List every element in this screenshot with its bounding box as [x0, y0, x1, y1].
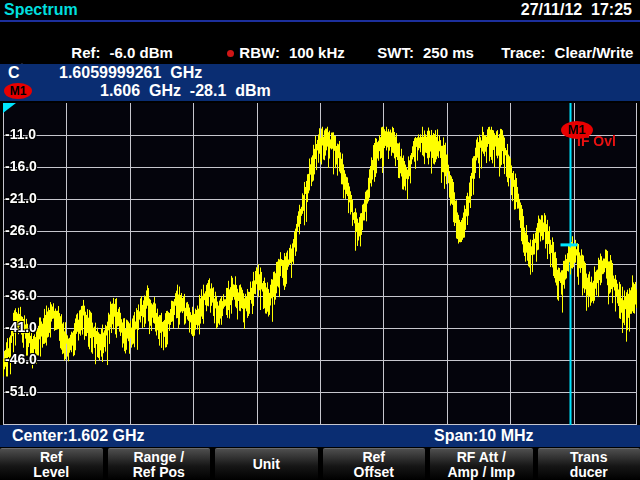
softkey-unit[interactable]: Unit — [215, 448, 318, 480]
softkey-label: Ref — [40, 450, 63, 465]
marker-m1-value: 1.606 GHz -28.1 dBm — [100, 82, 271, 100]
m1-marker-flag[interactable]: M1 — [561, 121, 593, 139]
ref-level-field: Ref:-6.0 dBm — [38, 23, 173, 43]
settings-col-amplitude: Ref:-6.0 dBm Att:15 dB — [38, 23, 173, 63]
rbw-value: 100 kHz — [289, 44, 345, 61]
datetime: 27/11/12 17:25 — [521, 1, 632, 19]
y-axis-label: -26.0 — [5, 222, 37, 238]
plot-area: IF Ovl M1 -11.0-16.0-21.0-26.0-31.0-36.0… — [3, 103, 637, 425]
sweep-time-field: SWT:250 ms — [344, 23, 484, 43]
y-axis-label: -11.0 — [5, 126, 36, 142]
settings-header: Ref:-6.0 dBm Att:15 dB RBW:100 kHz VBW:1… — [0, 23, 640, 63]
settings-col-sweep: SWT:250 ms Trig:Free Run — [344, 23, 484, 63]
y-axis-label: -16.0 — [5, 158, 37, 174]
softkey-label: Offset — [354, 465, 394, 480]
y-axis-label: -36.0 — [5, 287, 37, 303]
ref-level-label: Ref: — [71, 44, 100, 61]
y-axis-label: -41.0 — [5, 319, 37, 335]
center-frequency-row: C 1.6059999261 GHz — [0, 64, 640, 82]
softkey-label: RF Att / — [457, 450, 506, 465]
span-label: Span:10 MHz — [434, 425, 534, 447]
softkey-bar: Ref Level Range / Ref Pos Unit Ref Offse… — [0, 448, 640, 480]
softkey-label: Ref — [362, 450, 385, 465]
rbw-label: RBW: — [239, 44, 280, 61]
frequency-readout-rows: C 1.6059999261 GHz M1 1.606 GHz -28.1 dB… — [0, 64, 640, 101]
softkey-ref-level[interactable]: Ref Level — [0, 448, 103, 480]
ref-position-icon — [3, 103, 16, 113]
marker-readout-row: M1 1.606 GHz -28.1 dBm — [0, 82, 640, 100]
settings-col-bandwidth: RBW:100 kHz VBW:1 kHz — [194, 23, 345, 63]
y-axis-label: -31.0 — [5, 255, 37, 271]
spectrum-analyzer-screen: Spectrum 27/11/12 17:25 R S Ref:-6.0 dBm… — [0, 0, 640, 480]
softkey-rf-att-amp-imp[interactable]: RF Att / Amp / Imp — [430, 448, 533, 480]
trace-value: Clear/Write — [555, 44, 634, 61]
softkey-label: ducer — [570, 465, 608, 480]
trace-canvas — [3, 103, 637, 425]
y-axis-label: -46.0 — [5, 351, 37, 367]
softkey-label: Level — [33, 465, 69, 480]
center-freq-row-value: 1.6059999261 GHz — [59, 64, 202, 82]
swt-label: SWT: — [377, 44, 414, 61]
trace-label: Trace: — [501, 44, 545, 61]
softkey-label: Trans — [570, 450, 607, 465]
trace-mode-field: Trace:Clear/Write — [468, 23, 635, 43]
softkey-label: Unit — [253, 457, 280, 472]
center-freq-row-label: C — [8, 64, 20, 82]
titlebar: Spectrum 27/11/12 17:25 — [0, 0, 640, 22]
softkey-label: Range / — [133, 450, 184, 465]
softkey-label: Amp / Imp — [447, 465, 515, 480]
y-axis-label: -51.0 — [5, 383, 37, 399]
rbw-status-dot — [227, 50, 234, 57]
mode-title: Spectrum — [4, 1, 78, 19]
softkey-range-ref-pos[interactable]: Range / Ref Pos — [108, 448, 211, 480]
footer-bar: Center:1.602 GHz Span:10 MHz — [0, 425, 640, 447]
ref-level-value: -6.0 dBm — [110, 44, 173, 61]
center-frequency-label: Center:1.602 GHz — [12, 425, 145, 447]
rbw-field: RBW:100 kHz — [194, 23, 345, 43]
marker-m1-badge: M1 — [4, 83, 32, 99]
settings-col-trace: Trace:Clear/Write Detect:Auto Peak — [468, 23, 635, 63]
softkey-label: Ref Pos — [133, 465, 185, 480]
y-axis-label: -21.0 — [5, 190, 37, 206]
softkey-transducer[interactable]: Trans ducer — [538, 448, 640, 480]
softkey-ref-offset[interactable]: Ref Offset — [323, 448, 426, 480]
swt-value: 250 ms — [423, 44, 474, 61]
